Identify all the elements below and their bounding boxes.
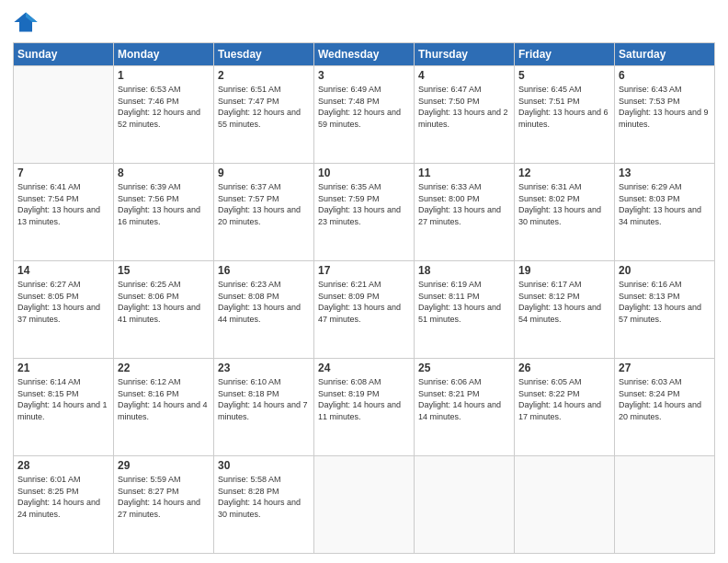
calendar-cell: 7Sunrise: 6:41 AMSunset: 7:54 PMDaylight… xyxy=(14,164,114,261)
day-info: Sunrise: 5:59 AMSunset: 8:27 PMDaylight:… xyxy=(118,474,210,520)
day-number: 1 xyxy=(118,69,210,82)
calendar-cell: 13Sunrise: 6:29 AMSunset: 8:03 PMDayligh… xyxy=(615,164,715,261)
calendar-week-3: 14Sunrise: 6:27 AMSunset: 8:05 PMDayligh… xyxy=(14,261,715,359)
calendar-cell: 8Sunrise: 6:39 AMSunset: 7:56 PMDaylight… xyxy=(114,164,214,261)
calendar-cell: 9Sunrise: 6:37 AMSunset: 7:57 PMDaylight… xyxy=(214,164,314,261)
day-number: 24 xyxy=(318,362,410,374)
day-number: 30 xyxy=(218,459,310,472)
day-header-wednesday: Wednesday xyxy=(314,43,415,66)
day-number: 18 xyxy=(418,264,510,277)
calendar: SundayMondayTuesdayWednesdayThursdayFrid… xyxy=(13,42,715,554)
day-info: Sunrise: 6:23 AMSunset: 8:08 PMDaylight:… xyxy=(218,279,310,325)
calendar-cell: 16Sunrise: 6:23 AMSunset: 8:08 PMDayligh… xyxy=(214,261,314,359)
day-info: Sunrise: 6:43 AMSunset: 7:53 PMDaylight:… xyxy=(619,84,711,130)
day-number: 25 xyxy=(418,362,510,374)
day-info: Sunrise: 6:03 AMSunset: 8:24 PMDaylight:… xyxy=(619,376,711,422)
day-header-thursday: Thursday xyxy=(415,43,515,66)
day-info: Sunrise: 6:27 AMSunset: 8:05 PMDaylight:… xyxy=(17,279,109,325)
calendar-cell: 18Sunrise: 6:19 AMSunset: 8:11 PMDayligh… xyxy=(415,261,515,359)
day-number: 7 xyxy=(17,167,109,179)
day-number: 3 xyxy=(318,69,410,82)
day-number: 13 xyxy=(619,167,711,179)
calendar-cell: 14Sunrise: 6:27 AMSunset: 8:05 PMDayligh… xyxy=(14,261,114,359)
calendar-week-4: 21Sunrise: 6:14 AMSunset: 8:15 PMDayligh… xyxy=(14,359,715,456)
day-number: 22 xyxy=(118,362,210,374)
calendar-cell: 10Sunrise: 6:35 AMSunset: 7:59 PMDayligh… xyxy=(314,164,415,261)
calendar-week-5: 28Sunrise: 6:01 AMSunset: 8:25 PMDayligh… xyxy=(14,456,715,554)
calendar-cell: 11Sunrise: 6:33 AMSunset: 8:00 PMDayligh… xyxy=(415,164,515,261)
day-number: 9 xyxy=(218,167,310,179)
calendar-cell: 25Sunrise: 6:06 AMSunset: 8:21 PMDayligh… xyxy=(415,359,515,456)
day-info: Sunrise: 6:29 AMSunset: 8:03 PMDaylight:… xyxy=(619,181,711,227)
day-header-monday: Monday xyxy=(114,43,214,66)
calendar-week-1: 1Sunrise: 6:53 AMSunset: 7:46 PMDaylight… xyxy=(14,66,715,164)
calendar-cell: 27Sunrise: 6:03 AMSunset: 8:24 PMDayligh… xyxy=(615,359,715,456)
calendar-cell: 20Sunrise: 6:16 AMSunset: 8:13 PMDayligh… xyxy=(615,261,715,359)
page: SundayMondayTuesdayWednesdayThursdayFrid… xyxy=(0,0,728,563)
day-info: Sunrise: 6:41 AMSunset: 7:54 PMDaylight:… xyxy=(17,181,109,227)
logo-icon xyxy=(13,9,39,35)
day-number: 27 xyxy=(619,362,711,374)
day-number: 8 xyxy=(118,167,210,179)
header xyxy=(13,9,715,35)
calendar-body: 1Sunrise: 6:53 AMSunset: 7:46 PMDaylight… xyxy=(14,66,715,554)
day-number: 6 xyxy=(619,69,711,82)
day-header-sunday: Sunday xyxy=(14,43,114,66)
calendar-week-2: 7Sunrise: 6:41 AMSunset: 7:54 PMDaylight… xyxy=(14,164,715,261)
calendar-cell xyxy=(415,456,515,554)
day-info: Sunrise: 6:14 AMSunset: 8:15 PMDaylight:… xyxy=(17,376,109,422)
day-info: Sunrise: 6:06 AMSunset: 8:21 PMDaylight:… xyxy=(418,376,510,422)
calendar-cell: 26Sunrise: 6:05 AMSunset: 8:22 PMDayligh… xyxy=(515,359,615,456)
logo xyxy=(13,9,42,35)
day-number: 15 xyxy=(118,264,210,277)
day-info: Sunrise: 6:19 AMSunset: 8:11 PMDaylight:… xyxy=(418,279,510,325)
calendar-header-row: SundayMondayTuesdayWednesdayThursdayFrid… xyxy=(14,43,715,66)
calendar-cell: 3Sunrise: 6:49 AMSunset: 7:48 PMDaylight… xyxy=(314,66,415,164)
day-number: 29 xyxy=(118,459,210,472)
day-number: 14 xyxy=(17,264,109,277)
day-info: Sunrise: 6:16 AMSunset: 8:13 PMDaylight:… xyxy=(619,279,711,325)
day-info: Sunrise: 6:05 AMSunset: 8:22 PMDaylight:… xyxy=(518,376,610,422)
calendar-cell: 1Sunrise: 6:53 AMSunset: 7:46 PMDaylight… xyxy=(114,66,214,164)
calendar-cell xyxy=(515,456,615,554)
day-number: 11 xyxy=(418,167,510,179)
calendar-cell: 30Sunrise: 5:58 AMSunset: 8:28 PMDayligh… xyxy=(214,456,314,554)
calendar-cell: 6Sunrise: 6:43 AMSunset: 7:53 PMDaylight… xyxy=(615,66,715,164)
day-info: Sunrise: 6:47 AMSunset: 7:50 PMDaylight:… xyxy=(418,84,510,130)
day-header-tuesday: Tuesday xyxy=(214,43,314,66)
day-number: 12 xyxy=(518,167,610,179)
calendar-cell: 24Sunrise: 6:08 AMSunset: 8:19 PMDayligh… xyxy=(314,359,415,456)
day-number: 5 xyxy=(518,69,610,82)
day-info: Sunrise: 6:01 AMSunset: 8:25 PMDaylight:… xyxy=(17,474,109,520)
calendar-cell: 22Sunrise: 6:12 AMSunset: 8:16 PMDayligh… xyxy=(114,359,214,456)
day-info: Sunrise: 6:37 AMSunset: 7:57 PMDaylight:… xyxy=(218,181,310,227)
day-number: 16 xyxy=(218,264,310,277)
day-info: Sunrise: 6:53 AMSunset: 7:46 PMDaylight:… xyxy=(118,84,210,130)
day-number: 19 xyxy=(518,264,610,277)
day-info: Sunrise: 6:51 AMSunset: 7:47 PMDaylight:… xyxy=(218,84,310,130)
day-info: Sunrise: 6:25 AMSunset: 8:06 PMDaylight:… xyxy=(118,279,210,325)
calendar-cell xyxy=(14,66,114,164)
day-number: 2 xyxy=(218,69,310,82)
calendar-cell xyxy=(314,456,415,554)
day-info: Sunrise: 6:33 AMSunset: 8:00 PMDaylight:… xyxy=(418,181,510,227)
calendar-cell: 28Sunrise: 6:01 AMSunset: 8:25 PMDayligh… xyxy=(14,456,114,554)
day-number: 21 xyxy=(17,362,109,374)
calendar-cell: 23Sunrise: 6:10 AMSunset: 8:18 PMDayligh… xyxy=(214,359,314,456)
calendar-cell xyxy=(615,456,715,554)
day-info: Sunrise: 6:35 AMSunset: 7:59 PMDaylight:… xyxy=(318,181,410,227)
calendar-cell: 5Sunrise: 6:45 AMSunset: 7:51 PMDaylight… xyxy=(515,66,615,164)
day-header-friday: Friday xyxy=(515,43,615,66)
calendar-cell: 2Sunrise: 6:51 AMSunset: 7:47 PMDaylight… xyxy=(214,66,314,164)
day-number: 17 xyxy=(318,264,410,277)
day-info: Sunrise: 6:31 AMSunset: 8:02 PMDaylight:… xyxy=(518,181,610,227)
day-info: Sunrise: 6:21 AMSunset: 8:09 PMDaylight:… xyxy=(318,279,410,325)
day-info: Sunrise: 6:45 AMSunset: 7:51 PMDaylight:… xyxy=(518,84,610,130)
day-number: 26 xyxy=(518,362,610,374)
day-info: Sunrise: 6:49 AMSunset: 7:48 PMDaylight:… xyxy=(318,84,410,130)
day-info: Sunrise: 6:12 AMSunset: 8:16 PMDaylight:… xyxy=(118,376,210,422)
calendar-cell: 15Sunrise: 6:25 AMSunset: 8:06 PMDayligh… xyxy=(114,261,214,359)
day-info: Sunrise: 6:08 AMSunset: 8:19 PMDaylight:… xyxy=(318,376,410,422)
day-header-saturday: Saturday xyxy=(615,43,715,66)
day-number: 23 xyxy=(218,362,310,374)
